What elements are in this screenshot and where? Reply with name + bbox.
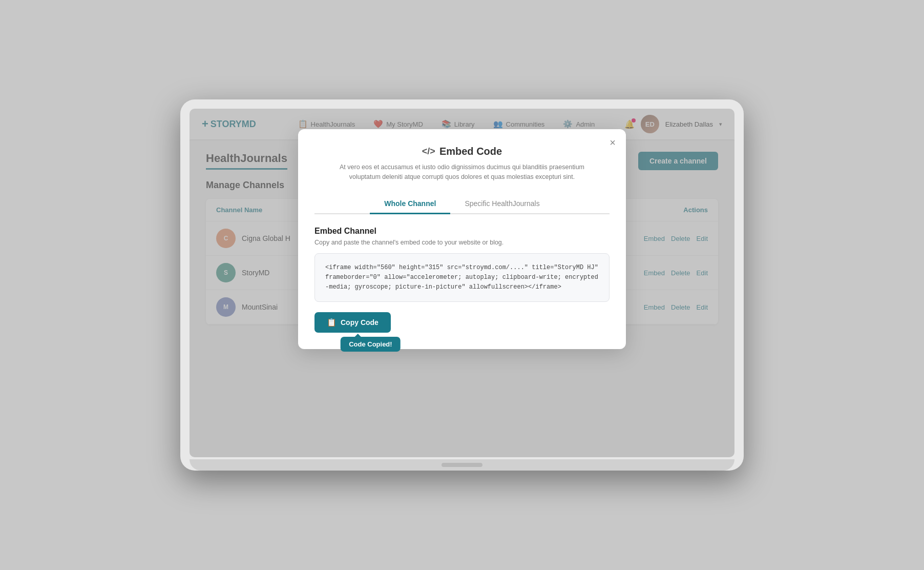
embed-code-box: <iframe width="560" height="315" src="st… xyxy=(314,253,610,302)
copy-code-button[interactable]: 📋 Copy Code xyxy=(314,312,391,333)
modal-title: </> Embed Code xyxy=(314,146,610,157)
modal-subtitle: At vero eos et accusamus et iusto odio d… xyxy=(314,162,610,182)
modal-title-text: Embed Code xyxy=(439,146,502,157)
code-copied-tooltip: Code Copied! xyxy=(341,337,401,352)
modal-tabs: Whole Channel Specific HealthJournals xyxy=(314,194,610,214)
modal-overlay: × </> Embed Code At vero eos et accusamu… xyxy=(190,109,734,457)
copy-icon: 📋 xyxy=(327,318,337,327)
tab-specific-healthjournals[interactable]: Specific HealthJournals xyxy=(450,194,554,214)
copy-button-wrapper: 📋 Copy Code Code Copied! xyxy=(314,312,391,333)
embed-section-desc: Copy and paste the channel's embed code … xyxy=(314,239,610,246)
modal-close-button[interactable]: × xyxy=(610,137,616,148)
tab-whole-channel[interactable]: Whole Channel xyxy=(370,194,450,214)
laptop-notch xyxy=(442,463,482,467)
embed-code-modal: × </> Embed Code At vero eos et accusamu… xyxy=(298,129,626,349)
code-icon: </> xyxy=(422,146,435,157)
embed-section-title: Embed Channel xyxy=(314,227,610,236)
copy-code-label: Copy Code xyxy=(341,318,379,327)
